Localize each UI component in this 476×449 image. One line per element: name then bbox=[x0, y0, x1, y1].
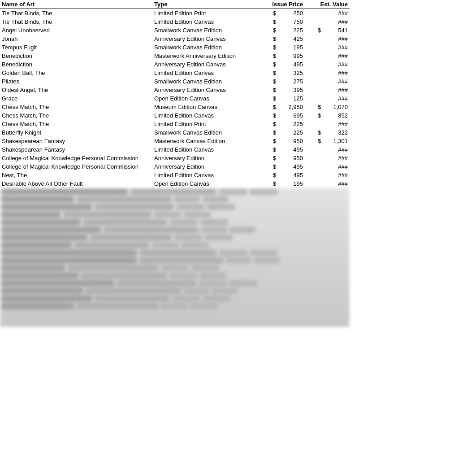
cell-est-value: ### bbox=[305, 60, 350, 69]
cell-est-value: $852 bbox=[305, 111, 350, 120]
spreadsheet-container: Name of Art Type Issue Price Est. Value … bbox=[0, 0, 350, 327]
cell-name: Nest, The bbox=[0, 171, 152, 179]
cell-est-value: ### bbox=[305, 94, 350, 103]
cell-type: Smallwork Canvas Edition bbox=[152, 128, 260, 137]
cell-name: Angel Unobserved bbox=[0, 26, 152, 35]
table-row: Shakespearean FantasyMasterwork Canvas E… bbox=[0, 137, 350, 145]
cell-price: $195 bbox=[260, 43, 305, 52]
cell-est-value: ### bbox=[305, 162, 350, 171]
table-row: Tempus FugitSmallwork Canvas Edition$195… bbox=[0, 43, 350, 52]
cell-name: Benediction bbox=[0, 60, 152, 69]
cell-price: $750 bbox=[260, 17, 305, 26]
cell-est-value: ### bbox=[305, 145, 350, 154]
cell-est-value: ### bbox=[305, 43, 350, 52]
cell-name: Chess Match, The bbox=[0, 111, 152, 120]
cell-est-value: $1,070 bbox=[305, 103, 350, 111]
table-header-row: Name of Art Type Issue Price Est. Value bbox=[0, 0, 350, 9]
cell-type: Masterwork Canvas Edition bbox=[152, 137, 260, 145]
table-row: GraceOpen Edition Canvas$125### bbox=[0, 94, 350, 103]
table-row: Chess Match, TheLimited Edition Print$22… bbox=[0, 120, 350, 128]
table-row: BenedictionAnniversary Edition Canvas$49… bbox=[0, 60, 350, 69]
blurred-data-section bbox=[0, 188, 350, 327]
cell-est-value: ### bbox=[305, 154, 350, 162]
cell-price: $695 bbox=[260, 111, 305, 120]
cell-est-value: ### bbox=[305, 9, 350, 18]
cell-name: Grace bbox=[0, 94, 152, 103]
cell-est-value: $541 bbox=[305, 26, 350, 35]
cell-price: $225 bbox=[260, 26, 305, 35]
table-row: Shakespearean FantasyLimited Edition Can… bbox=[0, 145, 350, 154]
table-row: Angel UnobservedSmallwork Canvas Edition… bbox=[0, 26, 350, 35]
cell-price: $195 bbox=[260, 179, 305, 188]
cell-est-value: ### bbox=[305, 120, 350, 128]
blur-overlay bbox=[0, 188, 350, 327]
cell-type: Smallwork Canvas Edition bbox=[152, 77, 260, 86]
cell-name: Chess Match, The bbox=[0, 120, 152, 128]
cell-est-value: ### bbox=[305, 52, 350, 60]
cell-price: $995 bbox=[260, 52, 305, 60]
table-row: Desirable Above All Other FaultOpen Edit… bbox=[0, 179, 350, 188]
cell-name: Chess Match, The bbox=[0, 103, 152, 111]
cell-type: Limited Edition Canvas bbox=[152, 145, 260, 154]
cell-type: Anniversary Edition Canvas bbox=[152, 86, 260, 94]
cell-type: Limited Edition Canvas bbox=[152, 111, 260, 120]
cell-est-value: ### bbox=[305, 17, 350, 26]
table-row: College of Magical Knowledge Personal Co… bbox=[0, 162, 350, 171]
col-header-est-value: Est. Value bbox=[305, 0, 350, 9]
cell-name: Golden Ball, The bbox=[0, 69, 152, 77]
cell-name: Shakespearean Fantasy bbox=[0, 145, 152, 154]
cell-type: Anniversary Edition Canvas bbox=[152, 35, 260, 43]
table-row: Butterfly KnightSmallwork Canvas Edition… bbox=[0, 128, 350, 137]
cell-type: Masterwork Anniversary Edition bbox=[152, 52, 260, 60]
cell-price: $950 bbox=[260, 137, 305, 145]
art-table: Name of Art Type Issue Price Est. Value … bbox=[0, 0, 350, 188]
cell-price: $425 bbox=[260, 35, 305, 43]
cell-name: Shakespearean Fantasy bbox=[0, 137, 152, 145]
cell-est-value: ### bbox=[305, 171, 350, 179]
cell-price: $325 bbox=[260, 69, 305, 77]
table-row: College of Magical Knowledge Personal Co… bbox=[0, 154, 350, 162]
cell-type: Limited Edition Print bbox=[152, 120, 260, 128]
cell-price: $395 bbox=[260, 86, 305, 94]
table-body: Tie That Binds, TheLimited Edition Print… bbox=[0, 9, 350, 188]
cell-price: $2,950 bbox=[260, 103, 305, 111]
cell-type: Limited Edition Print bbox=[152, 9, 260, 18]
cell-price: $225 bbox=[260, 120, 305, 128]
cell-est-value: ### bbox=[305, 77, 350, 86]
cell-name: Desirable Above All Other Fault bbox=[0, 179, 152, 188]
cell-est-value: $322 bbox=[305, 128, 350, 137]
table-row: BenedictionMasterwork Anniversary Editio… bbox=[0, 52, 350, 60]
cell-name: Jonah bbox=[0, 35, 152, 43]
cell-type: Limited Edition Canvas bbox=[152, 171, 260, 179]
cell-price: $225 bbox=[260, 128, 305, 137]
cell-price: $495 bbox=[260, 145, 305, 154]
cell-price: $495 bbox=[260, 171, 305, 179]
cell-name: Pilates bbox=[0, 77, 152, 86]
cell-type: Limited Edition Canvas bbox=[152, 17, 260, 26]
col-header-type: Type bbox=[152, 0, 260, 9]
cell-type: Anniversary Edition bbox=[152, 154, 260, 162]
cell-name: College of Magical Knowledge Personal Co… bbox=[0, 162, 152, 171]
cell-name: College of Magical Knowledge Personal Co… bbox=[0, 154, 152, 162]
cell-type: Museum Edition Canvas bbox=[152, 103, 260, 111]
cell-est-value: ### bbox=[305, 35, 350, 43]
cell-price: $250 bbox=[260, 9, 305, 18]
cell-price: $495 bbox=[260, 162, 305, 171]
cell-price: $950 bbox=[260, 154, 305, 162]
table-row: Tie That Binds, TheLimited Edition Canva… bbox=[0, 17, 350, 26]
cell-name: Tie That Binds, The bbox=[0, 9, 152, 18]
cell-type: Anniversary Edition Canvas bbox=[152, 60, 260, 69]
cell-price: $495 bbox=[260, 60, 305, 69]
cell-type: Open Edition Canvas bbox=[152, 94, 260, 103]
table-row: Chess Match, TheLimited Edition Canvas$6… bbox=[0, 111, 350, 120]
cell-est-value: ### bbox=[305, 69, 350, 77]
cell-type: Limited Edition Canvas bbox=[152, 69, 260, 77]
table-row: Tie That Binds, TheLimited Edition Print… bbox=[0, 9, 350, 18]
cell-type: Smallwork Canvas Edition bbox=[152, 43, 260, 52]
cell-type: Smallwork Canvas Edition bbox=[152, 26, 260, 35]
table-row: Oldest Angel, TheAnniversary Edition Can… bbox=[0, 86, 350, 94]
cell-name: Butterfly Knight bbox=[0, 128, 152, 137]
cell-name: Benediction bbox=[0, 52, 152, 60]
table-row: Chess Match, TheMuseum Edition Canvas$2,… bbox=[0, 103, 350, 111]
table-row: Golden Ball, TheLimited Edition Canvas$3… bbox=[0, 69, 350, 77]
